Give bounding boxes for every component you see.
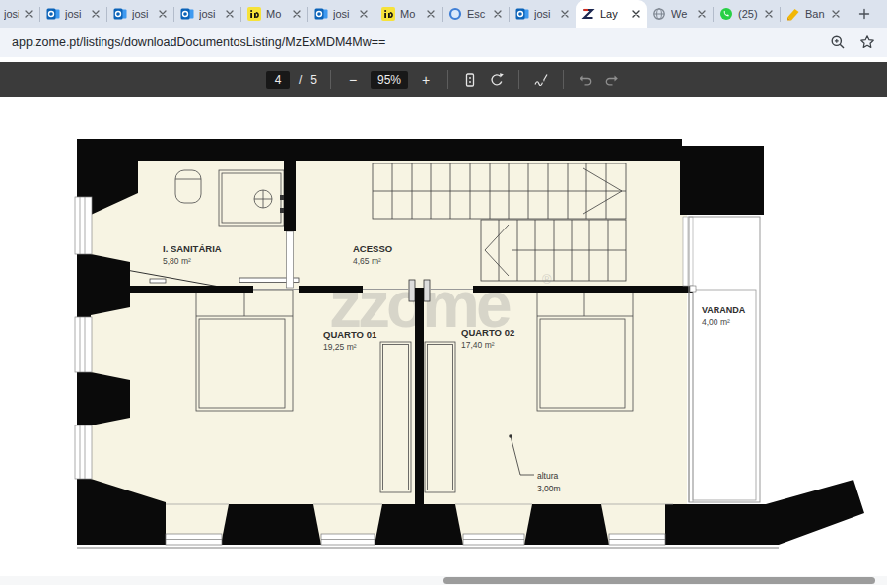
tab-josi-5[interactable]: josi (308, 0, 375, 28)
new-tab-button[interactable] (853, 2, 876, 26)
fit-to-page-icon[interactable] (461, 71, 479, 89)
page-total: 5 (310, 73, 317, 87)
page-separator: / (299, 73, 302, 87)
ink-annotation-icon[interactable] (532, 71, 550, 89)
redo-icon[interactable] (603, 71, 621, 89)
tab-label: josi (534, 8, 555, 20)
room-label-varanda: VARANDA (702, 305, 746, 315)
room-area-acesso: 4,65 m² (353, 256, 381, 266)
tab-josi-2[interactable]: josi (107, 0, 173, 28)
room-area-sanitaria: 5,80 m² (163, 256, 191, 266)
room-area-varanda: 4,00 m² (702, 317, 730, 327)
annotation-value: 3,00m (537, 484, 561, 493)
toolbar-divider (447, 70, 448, 89)
left-windows (75, 197, 92, 479)
close-icon[interactable] (158, 9, 168, 19)
tab-web-10[interactable]: We (647, 0, 713, 28)
zoom-page-icon[interactable] (830, 34, 846, 50)
floor-plan-svg: zzome ® (0, 97, 887, 588)
tab-mo-6[interactable]: Mo (375, 0, 442, 28)
tab-whatsapp-11[interactable]: (25) (714, 0, 780, 28)
yellow-ribbon-icon (786, 7, 800, 21)
tab-josi-0[interactable]: josi (0, 0, 39, 28)
zoom-in-button[interactable]: + (417, 71, 435, 89)
outlook-icon (113, 7, 127, 21)
tab-label: Mo (400, 8, 421, 20)
tab-label: Ban (805, 8, 826, 20)
tab-label: josi (65, 8, 86, 20)
tab-label: josi (4, 8, 19, 20)
tab-layout-active[interactable]: Lay (576, 0, 647, 28)
tab-josi-1[interactable]: josi (40, 0, 106, 28)
tab-esc-7[interactable]: Esc (443, 0, 509, 28)
close-icon[interactable] (764, 9, 774, 19)
bookmark-star-icon[interactable] (859, 34, 875, 50)
close-icon[interactable] (292, 9, 302, 19)
tab-label: Esc (467, 8, 488, 20)
url-text[interactable]: app.zome.pt/listings/downloadDocumentosL… (12, 35, 816, 49)
close-icon[interactable] (426, 9, 436, 19)
plus-icon (858, 8, 870, 20)
tab-mo-4[interactable]: Mo (241, 0, 307, 28)
close-icon[interactable] (225, 9, 235, 19)
tab-label: Lay (600, 8, 626, 20)
toolbar-divider (330, 70, 331, 89)
browser-address-bar: app.zome.pt/listings/downloadDocumentosL… (0, 28, 887, 57)
outlook-icon (180, 7, 194, 21)
room-label-acesso: ACESSO (353, 243, 392, 254)
id-icon (381, 7, 395, 21)
blue-circle-icon (448, 7, 462, 21)
zome-logo-icon (581, 7, 595, 21)
close-icon[interactable] (359, 9, 369, 19)
tab-bank-12[interactable]: Ban (781, 0, 847, 28)
id-icon (247, 7, 261, 21)
outlook-icon (46, 7, 60, 21)
close-icon[interactable] (24, 9, 34, 19)
close-icon[interactable] (91, 9, 101, 19)
close-icon[interactable] (560, 9, 570, 19)
tab-label: josi (333, 8, 354, 20)
room-label-quarto01: QUARTO 01 (323, 329, 377, 340)
room-label-sanitaria: I. SANITÁRIA (163, 243, 222, 254)
annotation-label: altura (537, 471, 559, 481)
room-area-quarto01: 19,25 m² (323, 342, 357, 352)
page-number-input[interactable]: 4 (266, 71, 290, 89)
toolbar-divider (518, 70, 519, 89)
undo-icon[interactable] (577, 71, 594, 89)
browser-tab-bar: josi josi josi josi Mo josi Mo E (0, 0, 887, 28)
room-area-quarto02: 17,40 m² (461, 340, 495, 350)
zoom-level-input[interactable]: 95% (371, 71, 408, 89)
tab-josi-8[interactable]: josi (510, 0, 576, 28)
tab-josi-3[interactable]: josi (174, 0, 240, 28)
zoom-out-button[interactable]: − (344, 71, 362, 89)
tab-label: Mo (266, 8, 287, 20)
watermark-registered-mark: ® (542, 272, 552, 287)
outlook-icon (314, 7, 328, 21)
tab-label: (25) (738, 8, 759, 20)
room-label-quarto02: QUARTO 02 (461, 327, 514, 338)
tab-label: josi (132, 8, 153, 20)
outlook-icon (515, 7, 529, 21)
toolbar-divider (563, 70, 564, 89)
rotate-icon[interactable] (488, 71, 506, 89)
close-icon[interactable] (493, 9, 503, 19)
globe-icon (652, 7, 666, 21)
pdf-page: zzome ® (0, 97, 887, 588)
tab-label: josi (199, 8, 220, 20)
horizontal-scrollbar-thumb[interactable] (444, 577, 875, 584)
pdf-toolbar: 4 / 5 − 95% + (0, 62, 887, 97)
tab-label: We (671, 8, 692, 20)
close-icon[interactable] (831, 9, 841, 19)
whatsapp-icon (719, 7, 733, 21)
close-icon[interactable] (631, 9, 641, 19)
close-icon[interactable] (697, 9, 707, 19)
